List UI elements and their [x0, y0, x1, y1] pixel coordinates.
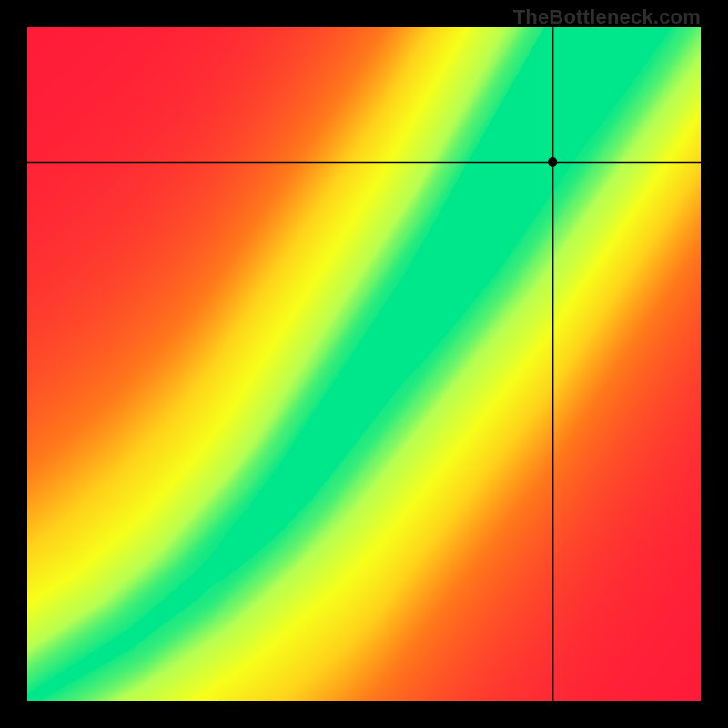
heatmap-canvas — [27, 27, 701, 701]
chart-root: { "watermark": "TheBottleneck.com", "col… — [0, 0, 728, 728]
watermark-text: TheBottleneck.com — [513, 5, 701, 29]
heatmap-plot — [27, 27, 701, 701]
